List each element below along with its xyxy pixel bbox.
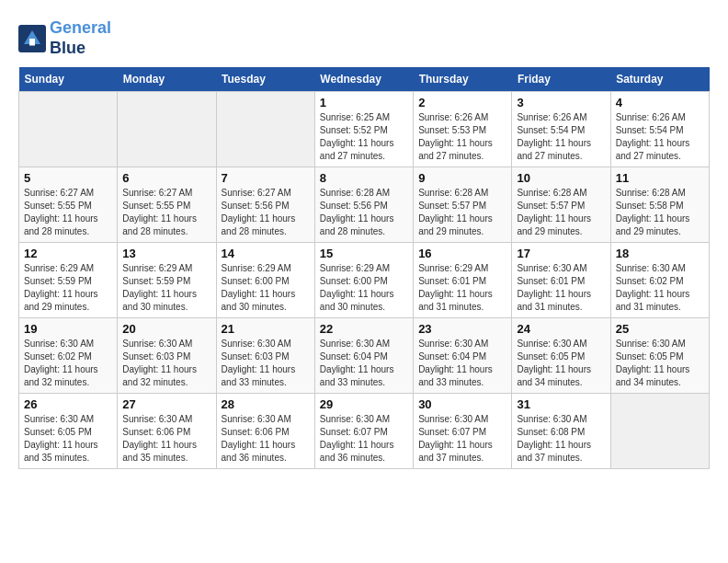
daylight-text: Daylight: 11 hours and 33 minutes. <box>222 363 310 389</box>
daylight-text: Daylight: 11 hours and 28 minutes. <box>24 213 112 238</box>
daylight-text: Daylight: 11 hours and 31 minutes. <box>616 288 704 314</box>
sunrise-text: Sunrise: 6:28 AM <box>517 187 605 200</box>
sunset-text: Sunset: 6:00 PM <box>320 275 408 288</box>
day-number: 6 <box>122 171 210 185</box>
sunset-text: Sunset: 6:04 PM <box>320 350 408 363</box>
day-number: 12 <box>24 247 112 260</box>
sunrise-text: Sunrise: 6:30 AM <box>517 262 605 275</box>
day-info: Sunrise: 6:28 AMSunset: 5:57 PMDaylight:… <box>517 187 605 238</box>
day-info: Sunrise: 6:27 AMSunset: 5:56 PMDaylight:… <box>222 187 310 238</box>
calendar-cell-w2-d5: 9Sunrise: 6:28 AMSunset: 5:57 PMDaylight… <box>414 167 512 243</box>
day-info: Sunrise: 6:26 AMSunset: 5:54 PMDaylight:… <box>616 111 704 163</box>
daylight-text: Daylight: 11 hours and 37 minutes. <box>517 439 605 465</box>
calendar-cell-w1-d3 <box>216 92 314 167</box>
daylight-text: Daylight: 11 hours and 28 minutes. <box>320 213 408 238</box>
calendar-table: SundayMondayTuesdayWednesdayThursdayFrid… <box>18 67 710 469</box>
daylight-text: Daylight: 11 hours and 31 minutes. <box>517 288 605 314</box>
calendar-cell-w3-d6: 17Sunrise: 6:30 AMSunset: 6:01 PMDayligh… <box>512 243 610 318</box>
calendar-cell-w4-d1: 19Sunrise: 6:30 AMSunset: 6:02 PMDayligh… <box>19 318 118 394</box>
svg-rect-2 <box>29 39 35 46</box>
calendar-cell-w2-d7: 11Sunrise: 6:28 AMSunset: 5:58 PMDayligh… <box>610 167 709 243</box>
sunrise-text: Sunrise: 6:29 AM <box>320 262 408 275</box>
sunrise-text: Sunrise: 6:30 AM <box>320 413 408 426</box>
calendar-week-4: 19Sunrise: 6:30 AMSunset: 6:02 PMDayligh… <box>19 318 710 394</box>
sunset-text: Sunset: 6:03 PM <box>222 350 310 363</box>
day-number: 26 <box>24 397 112 411</box>
calendar-cell-w1-d4: 1Sunrise: 6:25 AMSunset: 5:52 PMDaylight… <box>314 92 413 167</box>
sunset-text: Sunset: 6:01 PM <box>517 275 605 288</box>
sunrise-text: Sunrise: 6:25 AM <box>320 111 408 124</box>
calendar-cell-w2-d6: 10Sunrise: 6:28 AMSunset: 5:57 PMDayligh… <box>512 167 610 243</box>
sunrise-text: Sunrise: 6:29 AM <box>222 262 310 275</box>
sunrise-text: Sunrise: 6:29 AM <box>418 262 506 275</box>
calendar-cell-w3-d7: 18Sunrise: 6:30 AMSunset: 6:02 PMDayligh… <box>610 243 709 318</box>
weekday-header-sunday: Sunday <box>19 67 118 92</box>
daylight-text: Daylight: 11 hours and 27 minutes. <box>616 137 704 163</box>
calendar-cell-w1-d7: 4Sunrise: 6:26 AMSunset: 5:54 PMDaylight… <box>610 92 709 167</box>
sunrise-text: Sunrise: 6:30 AM <box>320 338 408 350</box>
daylight-text: Daylight: 11 hours and 32 minutes. <box>24 363 112 389</box>
day-info: Sunrise: 6:30 AMSunset: 6:03 PMDaylight:… <box>222 338 310 389</box>
sunrise-text: Sunrise: 6:28 AM <box>418 187 506 200</box>
day-number: 14 <box>222 247 310 260</box>
calendar-cell-w2-d4: 8Sunrise: 6:28 AMSunset: 5:56 PMDaylight… <box>314 167 413 243</box>
calendar-cell-w3-d5: 16Sunrise: 6:29 AMSunset: 6:01 PMDayligh… <box>414 243 512 318</box>
daylight-text: Daylight: 11 hours and 35 minutes. <box>24 439 112 465</box>
page-header: General Blue <box>18 18 710 58</box>
daylight-text: Daylight: 11 hours and 36 minutes. <box>222 439 310 465</box>
day-info: Sunrise: 6:28 AMSunset: 5:57 PMDaylight:… <box>418 187 506 238</box>
sunset-text: Sunset: 6:06 PM <box>222 426 310 439</box>
sunrise-text: Sunrise: 6:26 AM <box>616 111 704 124</box>
sunrise-text: Sunrise: 6:29 AM <box>24 262 112 275</box>
daylight-text: Daylight: 11 hours and 30 minutes. <box>320 288 408 314</box>
sunrise-text: Sunrise: 6:30 AM <box>418 338 506 350</box>
logo: General Blue <box>18 18 111 58</box>
day-number: 11 <box>616 171 704 185</box>
day-info: Sunrise: 6:30 AMSunset: 6:05 PMDaylight:… <box>517 338 605 389</box>
daylight-text: Daylight: 11 hours and 30 minutes. <box>122 288 210 314</box>
sunrise-text: Sunrise: 6:30 AM <box>24 338 112 350</box>
sunset-text: Sunset: 5:57 PM <box>418 200 506 213</box>
day-info: Sunrise: 6:27 AMSunset: 5:55 PMDaylight:… <box>122 187 210 238</box>
day-info: Sunrise: 6:28 AMSunset: 5:58 PMDaylight:… <box>616 187 704 238</box>
day-number: 21 <box>222 322 310 336</box>
sunset-text: Sunset: 5:55 PM <box>122 200 210 213</box>
calendar-cell-w1-d6: 3Sunrise: 6:26 AMSunset: 5:54 PMDaylight… <box>512 92 610 167</box>
calendar-cell-w1-d2 <box>118 92 216 167</box>
daylight-text: Daylight: 11 hours and 34 minutes. <box>616 363 704 389</box>
calendar-cell-w1-d1 <box>19 92 118 167</box>
day-info: Sunrise: 6:28 AMSunset: 5:56 PMDaylight:… <box>320 187 408 238</box>
calendar-cell-w5-d6: 31Sunrise: 6:30 AMSunset: 6:08 PMDayligh… <box>512 394 610 469</box>
day-number: 27 <box>122 397 210 411</box>
day-info: Sunrise: 6:30 AMSunset: 6:08 PMDaylight:… <box>517 413 605 465</box>
sunset-text: Sunset: 6:00 PM <box>222 275 310 288</box>
day-number: 19 <box>24 322 112 336</box>
day-info: Sunrise: 6:26 AMSunset: 5:54 PMDaylight:… <box>517 111 605 163</box>
sunset-text: Sunset: 6:04 PM <box>418 350 506 363</box>
daylight-text: Daylight: 11 hours and 35 minutes. <box>122 439 210 465</box>
day-number: 30 <box>418 397 506 411</box>
day-info: Sunrise: 6:29 AMSunset: 5:59 PMDaylight:… <box>24 262 112 314</box>
calendar-cell-w5-d5: 30Sunrise: 6:30 AMSunset: 6:07 PMDayligh… <box>414 394 512 469</box>
sunset-text: Sunset: 5:59 PM <box>122 275 210 288</box>
calendar-cell-w3-d1: 12Sunrise: 6:29 AMSunset: 5:59 PMDayligh… <box>19 243 118 318</box>
day-info: Sunrise: 6:25 AMSunset: 5:52 PMDaylight:… <box>320 111 408 163</box>
weekday-header-row: SundayMondayTuesdayWednesdayThursdayFrid… <box>19 67 710 92</box>
day-number: 10 <box>517 171 605 185</box>
day-number: 16 <box>418 247 506 260</box>
day-info: Sunrise: 6:30 AMSunset: 6:05 PMDaylight:… <box>616 338 704 389</box>
sunrise-text: Sunrise: 6:30 AM <box>616 262 704 275</box>
day-info: Sunrise: 6:30 AMSunset: 6:07 PMDaylight:… <box>320 413 408 465</box>
calendar-cell-w3-d4: 15Sunrise: 6:29 AMSunset: 6:00 PMDayligh… <box>314 243 413 318</box>
calendar-cell-w5-d3: 28Sunrise: 6:30 AMSunset: 6:06 PMDayligh… <box>216 394 314 469</box>
sunrise-text: Sunrise: 6:27 AM <box>24 187 112 200</box>
calendar-cell-w1-d5: 2Sunrise: 6:26 AMSunset: 5:53 PMDaylight… <box>414 92 512 167</box>
calendar-cell-w4-d6: 24Sunrise: 6:30 AMSunset: 6:05 PMDayligh… <box>512 318 610 394</box>
day-info: Sunrise: 6:30 AMSunset: 6:02 PMDaylight:… <box>24 338 112 389</box>
weekday-header-thursday: Thursday <box>414 67 512 92</box>
calendar-cell-w2-d3: 7Sunrise: 6:27 AMSunset: 5:56 PMDaylight… <box>216 167 314 243</box>
day-info: Sunrise: 6:29 AMSunset: 6:00 PMDaylight:… <box>320 262 408 314</box>
day-number: 2 <box>418 96 506 109</box>
day-number: 4 <box>616 96 704 109</box>
daylight-text: Daylight: 11 hours and 32 minutes. <box>122 363 210 389</box>
